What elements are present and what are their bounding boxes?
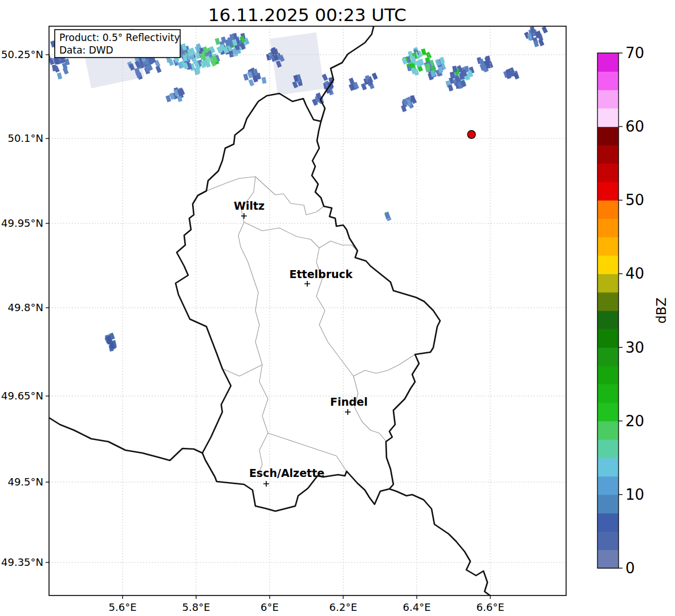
colorbar-segment	[597, 421, 619, 440]
radar-figure: Product: 0.5° Reflectivity Data: DWD 5.6…	[0, 0, 675, 616]
colorbar-segment	[597, 348, 619, 366]
radar-echo-cell	[384, 212, 390, 219]
colorbar-segment	[597, 127, 619, 145]
luxembourg-border	[176, 93, 440, 511]
radar-echo-cell	[57, 72, 63, 79]
radar-site-layer	[467, 130, 475, 138]
colorbar-segment	[597, 255, 619, 274]
axis-ticks-and-labels: 5.6°E5.8°E6°E6.2°E6.4°E6.6°E50.25°N50.1°…	[1, 48, 505, 613]
city-label: Ettelbruck	[290, 268, 353, 280]
colorbar-segment	[597, 458, 619, 476]
colorbar-segment	[597, 182, 619, 201]
city-label: Wiltz	[234, 199, 265, 212]
city-marker	[345, 409, 351, 415]
map-title: 16.11.2025 00:23 UTC	[208, 5, 406, 25]
y-axis-tick-label: 49.65°N	[1, 390, 43, 402]
data-source-label: Data: DWD	[59, 44, 113, 56]
colorbar-segment	[597, 292, 619, 311]
plot-frame	[49, 26, 566, 595]
x-axis-tick-label: 6.2°E	[330, 601, 357, 613]
y-axis-tick-label: 49.95°N	[1, 217, 43, 229]
neighbor-country-border	[320, 25, 374, 121]
radar-echo-cell	[262, 77, 267, 84]
colorbar-segment	[597, 513, 619, 532]
product-info-box: Product: 0.5° Reflectivity Data: DWD	[55, 30, 180, 58]
graticule-layer	[49, 26, 566, 595]
x-axis-tick-label: 6.6°E	[477, 601, 505, 613]
colorbar-segment	[597, 329, 619, 348]
product-label: Product: 0.5° Reflectivity	[59, 32, 180, 43]
x-axis-tick-label: 5.8°E	[182, 601, 210, 613]
colorbar-segment	[597, 53, 619, 72]
canton-border	[268, 433, 347, 471]
colorbar-tick-label: 30	[625, 339, 644, 356]
city-label: Esch/Alzette	[249, 467, 324, 479]
colorbar-segment	[597, 90, 619, 109]
colorbar-segment	[597, 145, 619, 164]
canton-border	[244, 222, 357, 251]
radar-site-marker	[467, 130, 475, 138]
colorbar-segment	[597, 366, 619, 385]
city-marker	[263, 481, 269, 487]
colorbar-segment	[597, 402, 619, 421]
colorbar-segment	[597, 476, 619, 495]
x-axis-tick-label: 6°E	[261, 601, 279, 613]
x-axis-tick-label: 5.6°E	[109, 601, 137, 613]
canton-border	[222, 365, 262, 376]
colorbar-segment	[597, 495, 619, 513]
canton-border	[206, 177, 324, 215]
radar-echo-cell	[542, 26, 548, 34]
radar-echo-cell	[243, 74, 249, 80]
colorbar-segment	[597, 384, 619, 403]
radar-echo-cell	[46, 53, 51, 60]
colorbar-segment	[597, 531, 619, 550]
colorbar-tick-label: 20	[625, 413, 644, 430]
radar-echo-cell	[372, 72, 378, 80]
radar-echo-cell	[156, 66, 162, 73]
city-label: Findel	[330, 395, 368, 408]
colorbar-segment	[597, 274, 619, 292]
neighbor-country-border	[389, 489, 491, 597]
y-axis-tick-label: 49.8°N	[7, 301, 43, 313]
radar-echo-cell	[215, 38, 221, 44]
colorbar-tick-label: 10	[625, 486, 644, 503]
city-marker	[304, 281, 310, 287]
radar-echo-cell	[452, 66, 457, 72]
colorbar-tick-label: 50	[625, 191, 644, 209]
canton-border	[316, 248, 415, 376]
colorbar-segment	[597, 439, 619, 458]
city-markers-layer: WiltzEttelbruckFindelEsch/Alzette	[234, 199, 368, 487]
colorbar-segment	[597, 237, 619, 256]
colorbar-segment	[597, 71, 619, 90]
colorbar-tick-label: 60	[625, 118, 644, 135]
colorbar-tick-label: 40	[625, 265, 644, 282]
colorbar-segment	[597, 200, 619, 219]
colorbar-tick-label: 70	[625, 44, 644, 62]
colorbar-segment	[597, 311, 619, 329]
colorbar-tick-label: 0	[625, 560, 635, 577]
radar-echo-cell	[533, 40, 539, 47]
y-axis-tick-label: 49.5°N	[7, 476, 43, 488]
country-borders-layer	[49, 25, 491, 597]
colorbar: 010203040506070	[597, 44, 644, 577]
colorbar-segment	[597, 219, 619, 238]
radar-map-figure: Product: 0.5° Reflectivity Data: DWD 5.6…	[0, 0, 675, 616]
y-axis-tick-label: 49.35°N	[1, 556, 43, 568]
colorbar-segment	[597, 550, 619, 569]
x-axis-tick-label: 6.4°E	[403, 601, 431, 613]
neighbor-country-border	[49, 418, 202, 460]
y-axis-tick-label: 50.1°N	[7, 132, 43, 144]
colorbar-segment	[597, 108, 619, 127]
plot-frame-border	[49, 26, 566, 595]
colorbar-segment	[597, 164, 619, 182]
radar-echo-cell	[448, 84, 453, 92]
y-axis-tick-label: 50.25°N	[1, 48, 43, 60]
colorbar-unit-label: dBZ	[654, 297, 669, 324]
canton-borders-layer	[206, 177, 415, 476]
canton-border	[238, 177, 268, 476]
radar-echo-cell	[249, 79, 255, 87]
canton-border	[353, 376, 387, 442]
